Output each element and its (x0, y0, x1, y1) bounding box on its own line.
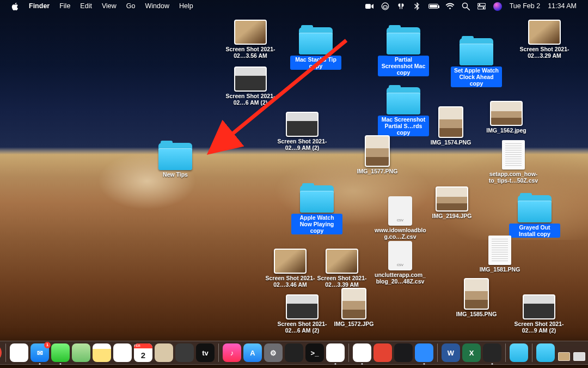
dock-app-appstore[interactable]: A (243, 343, 262, 362)
dock-minimized-window[interactable] (558, 352, 570, 361)
desktop-item[interactable]: csvwww.idownloadblo g.co…Z.csv (375, 196, 426, 240)
dock-app-slack[interactable] (353, 343, 371, 362)
screenshot-thumbnail (234, 20, 267, 45)
dock-app-contacts[interactable] (155, 343, 173, 362)
desktop-item-label: Apple Watch Now Playing copy (291, 214, 342, 234)
desktop-item[interactable]: IMG_1577.PNG (352, 135, 403, 174)
desktop-item[interactable]: IMG_1581.PNG (474, 236, 525, 273)
csv-file-icon: csv (388, 196, 412, 226)
desktop-item[interactable]: Apple Watch Now Playing copy (291, 185, 342, 234)
dock-app-word[interactable]: W (442, 343, 460, 362)
desktop-item[interactable]: setapp.com_how-to_tips-t…50Z.csv (488, 140, 539, 184)
screenshot-thumbnail (326, 249, 358, 274)
image-thumbnail (365, 135, 390, 167)
dock-app-settings[interactable]: ⚙︎ (264, 343, 283, 362)
folder-icon (518, 195, 552, 222)
running-indicator-dot (39, 363, 41, 365)
desktop-item[interactable]: Screen Shot 2021-02…9 AM (2) (277, 112, 328, 151)
desktop-item[interactable]: Mac Screenshot Partial S…rds copy (378, 87, 429, 136)
desktop-item[interactable]: IMG_1562.jpeg (481, 101, 532, 134)
desktop-item[interactable]: Screen Shot 2021-02…6 AM (2) (225, 67, 276, 106)
desktop-item[interactable]: IMG_1574.PNG (425, 106, 476, 146)
running-indicator-dot (335, 363, 336, 365)
desktop-item-label: Screen Shot 2021-02…3.46 AM (265, 275, 316, 288)
running-indicator-dot (362, 363, 363, 365)
dock-app-excel[interactable]: X (462, 343, 481, 362)
dock-minimized-window[interactable] (573, 352, 585, 361)
running-indicator-dot (424, 363, 425, 365)
desktop-item-label: Screen Shot 2021-02…9 AM (2) (513, 321, 565, 334)
folder-icon (158, 143, 192, 170)
dock-app-chrome[interactable] (0, 343, 2, 362)
dock-app-mail[interactable]: ✉︎1 (30, 343, 49, 362)
dock-separator (505, 343, 506, 362)
screenshot-thumbnail (523, 294, 555, 319)
desktop-item[interactable]: IMG_1572.JPG (328, 288, 379, 327)
desktop-item[interactable]: Screen Shot 2021-02…3.56 AM (225, 20, 276, 59)
desktop-item-label: IMG_1581.PNG (480, 266, 520, 273)
desktop-item[interactable]: Screen Shot 2021-02…9 AM (2) (513, 294, 565, 334)
screenshot-thumbnail (234, 67, 267, 92)
desktop-item-label: Partial Screenshot Mac copy (378, 56, 429, 76)
folder-icon (387, 27, 420, 55)
desktop-item[interactable]: Screen Shot 2021-02…3.29 AM (519, 20, 570, 59)
image-thumbnail (436, 186, 468, 212)
desktop-item[interactable]: Grayed Out Install copy (509, 195, 560, 238)
desktop-item[interactable]: New Tips (150, 143, 201, 178)
desktop-item-label: New Tips (163, 171, 188, 178)
folder-icon (299, 27, 333, 55)
desktop-item[interactable]: IMG_2194.JPG (426, 186, 477, 219)
folder-icon (300, 185, 334, 213)
dock-app-zoom[interactable] (415, 343, 433, 362)
desktop-item-label: IMG_1577.PNG (357, 168, 398, 174)
image-thumbnail (490, 101, 523, 126)
csv-file-icon: csv (388, 241, 412, 270)
desktop-item-label: Screen Shot 2021-02…6 AM (2) (225, 93, 276, 106)
dock-separator (348, 343, 349, 362)
desktop-item[interactable]: Set Apple Watch Clock Ahead copy (451, 38, 502, 87)
dock-app-preview[interactable] (175, 343, 194, 362)
app-badge: 1 (44, 342, 51, 348)
dock-separator (218, 343, 219, 362)
dock-app-todoist[interactable] (373, 343, 392, 362)
dock-app-1password[interactable] (394, 343, 413, 362)
dock-app-messages[interactable] (51, 343, 70, 362)
dock-app-notes[interactable] (93, 343, 111, 362)
desktop-item-label: IMG_1562.jpeg (486, 127, 526, 134)
dock[interactable]: ✿✉︎1FEB2tv♪A⚙︎>_WX (0, 341, 588, 365)
dock-app-tv[interactable]: tv (196, 343, 215, 362)
desktop-item-label: IMG_1585.PNG (456, 311, 497, 317)
desktop-item-label: Screen Shot 2021-02…3.56 AM (225, 46, 276, 59)
dock-app-files-folder[interactable] (510, 343, 528, 362)
dock-app-reminders[interactable] (113, 343, 132, 362)
dock-app-terminal[interactable]: >_ (305, 343, 324, 362)
document-thumbnail (488, 236, 511, 265)
desktop-item-label: IMG_1574.PNG (431, 139, 471, 146)
dock-app-music[interactable]: ♪ (223, 343, 241, 362)
desktop-item-label: Mac Screenshot Partial S…rds copy (378, 116, 429, 136)
desktop-item[interactable]: Screen Shot 2021-02…6 AM (2) (277, 294, 328, 334)
desktop-item[interactable]: Screen Shot 2021-02…3.46 AM (265, 249, 316, 288)
desktop-item[interactable]: Partial Screenshot Mac copy (378, 27, 429, 76)
dock-app-screenshot-util[interactable] (483, 343, 501, 362)
desktop-item-label: setapp.com_how-to_tips-t…50Z.csv (488, 171, 539, 184)
desktop-item-label: Screen Shot 2021-02…9 AM (2) (277, 138, 328, 151)
desktop-item[interactable]: csvunclutterapp.com_ blog_20…48Z.csv (375, 241, 426, 285)
desktop-item-label: Screen Shot 2021-02…3.39 AM (316, 275, 367, 288)
desktop-item[interactable]: IMG_1585.PNG (451, 278, 502, 317)
desktop-item-label: Screen Shot 2021-02…6 AM (2) (277, 321, 328, 334)
dock-app-downloads[interactable] (536, 343, 555, 362)
desktop-item[interactable]: Mac Stacks Tip copy (290, 27, 341, 70)
document-thumbnail (502, 140, 525, 170)
dock-app-activity[interactable] (285, 343, 303, 362)
desktop-item-label: www.idownloadblo g.co…Z.csv (375, 227, 426, 240)
dock-app-calendar[interactable]: FEB2 (134, 343, 152, 362)
desktop-item-label: Screen Shot 2021-02…3.29 AM (519, 46, 570, 59)
image-thumbnail (341, 288, 366, 319)
dock-app-fb-messenger[interactable] (326, 343, 345, 362)
dock-app-maps[interactable] (72, 343, 90, 362)
dock-app-photos[interactable]: ✿ (10, 343, 28, 362)
desktop-item-label: IMG_1572.JPG (334, 321, 374, 327)
desktop[interactable]: Screen Shot 2021-02…3.56 AMMac Stacks Ti… (0, 0, 588, 368)
desktop-item[interactable]: Screen Shot 2021-02…3.39 AM (316, 249, 367, 288)
